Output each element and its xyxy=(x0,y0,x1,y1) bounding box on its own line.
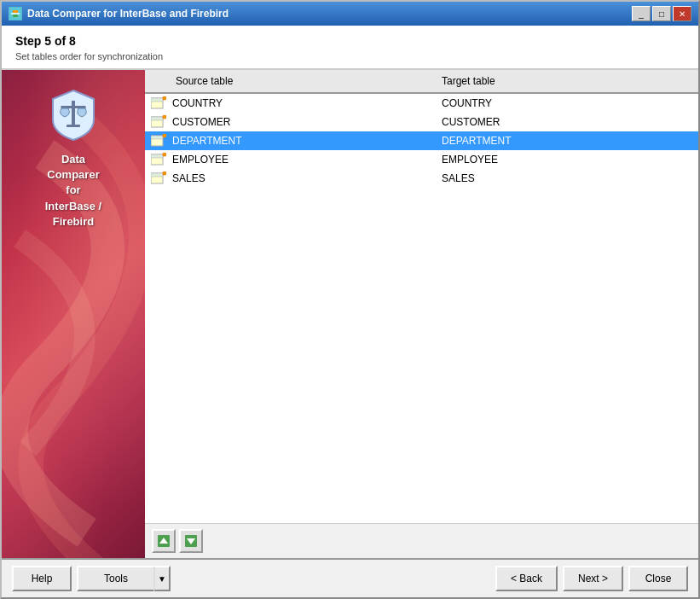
window-controls: _ □ ✕ xyxy=(632,6,691,21)
content-area: Data Comparer for InterBase / Firebird S… xyxy=(2,70,698,558)
header-section: Step 5 of 8 Set tables order for synchro… xyxy=(2,26,698,70)
title-bar: Data Comparer for InterBase and Firebird… xyxy=(2,2,698,26)
footer: Help Tools ▼ < Back Next > Close xyxy=(2,558,698,597)
svg-rect-16 xyxy=(151,117,163,120)
move-down-button[interactable] xyxy=(179,529,203,553)
row-icon xyxy=(145,172,172,185)
svg-rect-29 xyxy=(163,172,166,175)
bottom-toolbar xyxy=(145,523,698,558)
cell-target: EMPLOYEE xyxy=(435,154,698,166)
col-target-header: Target table xyxy=(435,73,698,89)
cell-source: DEPARTMENT xyxy=(172,135,435,147)
table-header: Source table Target table xyxy=(145,70,698,94)
main-content: Source table Target table xyxy=(145,70,698,558)
cell-target: SALES xyxy=(435,172,698,184)
svg-rect-10 xyxy=(67,125,80,127)
step-title: Step 5 of 8 xyxy=(15,34,685,48)
row-icon xyxy=(145,153,172,166)
svg-rect-24 xyxy=(151,154,163,158)
svg-rect-25 xyxy=(163,153,166,156)
title-bar-left: Data Comparer for InterBase and Firebird xyxy=(9,7,229,20)
back-button[interactable]: < Back xyxy=(495,566,558,591)
table-row[interactable]: COUNTRY COUNTRY xyxy=(145,94,698,113)
svg-rect-21 xyxy=(163,134,166,137)
window-title: Data Comparer for InterBase and Firebird xyxy=(27,8,229,20)
svg-rect-2 xyxy=(13,10,18,13)
table-row[interactable]: SALES SALES xyxy=(145,169,698,188)
row-icon xyxy=(145,96,172,110)
move-up-button[interactable] xyxy=(152,529,176,553)
svg-rect-3 xyxy=(13,15,18,17)
svg-rect-12 xyxy=(151,98,163,102)
tools-button[interactable]: Tools xyxy=(77,566,153,591)
next-button[interactable]: Next > xyxy=(563,566,623,591)
table-row[interactable]: EMPLOYEE EMPLOYEE xyxy=(145,150,698,169)
tools-dropdown-arrow[interactable]: ▼ xyxy=(153,566,171,591)
table-row[interactable]: DEPARTMENT DEPARTMENT xyxy=(145,131,698,150)
step-subtitle: Set tables order for synchronization xyxy=(15,51,685,61)
col-source-header: Source table xyxy=(145,73,435,89)
svg-rect-4 xyxy=(72,101,75,125)
window-close-button[interactable]: ✕ xyxy=(673,6,691,21)
app-icon xyxy=(9,7,22,20)
sidebar-app-name: Data Comparer for InterBase / Firebird xyxy=(45,152,101,230)
table-body: COUNTRY COUNTRY xyxy=(145,94,698,523)
sidebar-logo xyxy=(46,87,101,142)
cell-source: COUNTRY xyxy=(172,97,435,109)
table-row[interactable]: CUSTOMER CUSTOMER xyxy=(145,113,698,131)
help-button[interactable]: Help xyxy=(12,566,72,591)
cell-target: COUNTRY xyxy=(435,97,698,109)
cell-source: EMPLOYEE xyxy=(172,154,435,166)
sidebar-curves xyxy=(2,70,145,558)
tools-button-group: Tools ▼ xyxy=(77,566,171,591)
cell-target: DEPARTMENT xyxy=(435,135,698,147)
main-window: Data Comparer for InterBase and Firebird… xyxy=(0,0,700,599)
row-icon xyxy=(145,134,172,148)
cell-target: CUSTOMER xyxy=(435,116,698,128)
minimize-button[interactable]: _ xyxy=(632,6,651,21)
cell-source: SALES xyxy=(172,172,435,184)
svg-rect-17 xyxy=(163,115,166,119)
maximize-button[interactable]: □ xyxy=(652,6,671,21)
cell-source: CUSTOMER xyxy=(172,116,435,128)
table-area: Source table Target table xyxy=(145,70,698,523)
svg-rect-13 xyxy=(163,96,166,100)
close-button[interactable]: Close xyxy=(628,566,688,591)
sidebar: Data Comparer for InterBase / Firebird xyxy=(2,70,145,558)
row-icon xyxy=(145,115,172,129)
svg-rect-20 xyxy=(151,136,163,139)
svg-rect-28 xyxy=(151,173,163,177)
